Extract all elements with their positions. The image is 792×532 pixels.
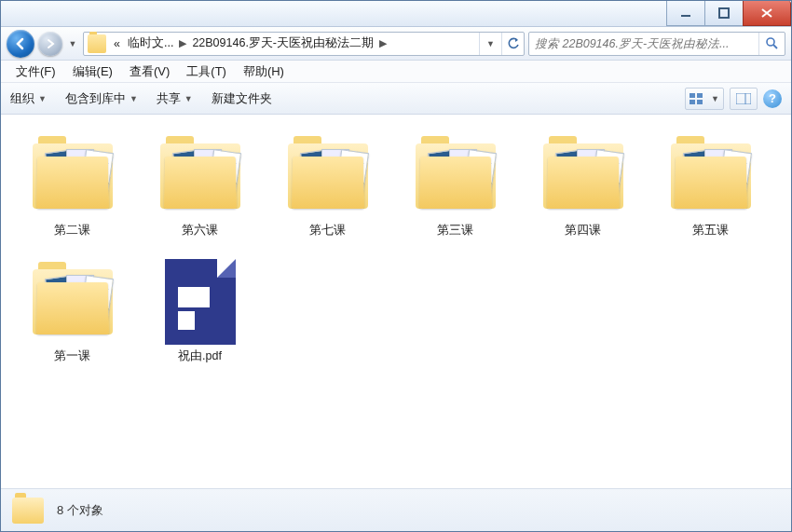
folder-item[interactable]: 第二课 — [8, 128, 136, 253]
status-text: 8 个对象 — [57, 502, 103, 519]
item-label: 第五课 — [692, 223, 729, 239]
menu-help[interactable]: 帮助(H) — [236, 61, 292, 82]
folder-item[interactable]: 第五课 — [647, 128, 774, 253]
file-item[interactable]: 祝由.pdf — [136, 253, 264, 379]
svg-rect-5 — [697, 93, 703, 98]
folder-icon — [88, 34, 106, 53]
items-grid: 第二课第六课第七课第三课第四课第五课第一课祝由.pdf — [8, 128, 784, 379]
address-dropdown[interactable]: ▼ — [479, 33, 501, 55]
thumbnails-icon — [690, 93, 703, 104]
menu-file[interactable]: 文件(F) — [8, 61, 63, 82]
search-button[interactable] — [758, 33, 785, 55]
close-button[interactable] — [743, 1, 791, 26]
search-input[interactable] — [529, 37, 758, 50]
folder-thumbnail-icon — [671, 143, 751, 209]
svg-point-2 — [767, 38, 774, 46]
content-area[interactable]: 第二课第六课第七课第三课第四课第五课第一课祝由.pdf — [1, 115, 791, 488]
folder-item[interactable]: 第一课 — [8, 253, 136, 379]
item-label: 第二课 — [54, 223, 90, 239]
maximize-button[interactable] — [704, 1, 744, 26]
share-button[interactable]: 共享 ▼ — [157, 90, 193, 107]
folder-thumbnail-icon — [288, 143, 368, 209]
folder-icon — [12, 498, 44, 524]
minimize-button[interactable] — [666, 1, 705, 26]
view-mode-button[interactable]: ▼ — [685, 88, 724, 110]
status-bar: 8 个对象 — [1, 488, 791, 531]
explorer-window: ▼ « 临时文... ▶ 22B09146.罗天-天医祝由秘法二期 ▶ ▼ 文件… — [0, 0, 792, 532]
svg-rect-4 — [690, 93, 695, 98]
item-label: 第三课 — [437, 223, 473, 239]
include-in-library-button[interactable]: 包含到库中 ▼ — [65, 90, 138, 107]
item-label: 第六课 — [182, 223, 218, 239]
folder-thumbnail-icon — [160, 143, 240, 209]
item-label: 第四课 — [565, 223, 601, 239]
menu-bar: 文件(F) 编辑(E) 查看(V) 工具(T) 帮助(H) — [1, 61, 791, 83]
folder-item[interactable]: 第四课 — [519, 128, 647, 253]
svg-rect-8 — [736, 93, 751, 104]
folder-item[interactable]: 第七课 — [264, 128, 391, 253]
folder-item[interactable]: 第六课 — [136, 128, 264, 253]
item-label: 第一课 — [54, 348, 90, 364]
forward-button[interactable] — [38, 32, 62, 56]
folder-thumbnail-icon — [543, 143, 623, 209]
back-button[interactable] — [7, 30, 34, 58]
nav-bar: ▼ « 临时文... ▶ 22B09146.罗天-天医祝由秘法二期 ▶ ▼ — [1, 27, 791, 61]
folder-item[interactable]: 第三课 — [391, 128, 519, 253]
pdf-file-icon — [165, 259, 236, 345]
organize-button[interactable]: 组织 ▼ — [10, 90, 47, 107]
svg-rect-0 — [681, 15, 690, 17]
item-label: 祝由.pdf — [178, 348, 222, 364]
refresh-button[interactable] — [501, 33, 524, 55]
breadcrumb-2[interactable]: 22B09146.罗天-天医祝由秘法二期 — [188, 35, 377, 51]
folder-thumbnail-icon — [33, 143, 113, 209]
titlebar — [1, 1, 791, 27]
address-bar[interactable]: « 临时文... ▶ 22B09146.罗天-天医祝由秘法二期 ▶ ▼ — [83, 32, 525, 56]
menu-view[interactable]: 查看(V) — [122, 61, 177, 82]
chevron-right-icon[interactable]: ▶ — [177, 37, 188, 49]
breadcrumb-prefix: « — [110, 37, 124, 50]
preview-pane-icon — [736, 93, 751, 104]
nav-history-dropdown[interactable]: ▼ — [66, 39, 79, 48]
svg-rect-1 — [719, 8, 729, 18]
svg-rect-7 — [697, 100, 703, 104]
help-icon: ? — [769, 91, 776, 105]
svg-rect-6 — [690, 100, 695, 104]
folder-thumbnail-icon — [33, 269, 113, 334]
help-button[interactable]: ? — [763, 89, 782, 108]
item-label: 第七课 — [309, 223, 346, 239]
preview-pane-button[interactable] — [730, 88, 758, 110]
new-folder-button[interactable]: 新建文件夹 — [212, 90, 272, 107]
menu-edit[interactable]: 编辑(E) — [65, 61, 120, 82]
breadcrumb-1[interactable]: 临时文... — [124, 35, 177, 51]
folder-thumbnail-icon — [416, 143, 496, 209]
svg-line-3 — [773, 45, 777, 48]
chevron-right-icon[interactable]: ▶ — [377, 37, 389, 49]
toolbar: 组织 ▼ 包含到库中 ▼ 共享 ▼ 新建文件夹 ▼ ? — [1, 83, 791, 115]
search-box[interactable] — [528, 32, 785, 56]
menu-tools[interactable]: 工具(T) — [179, 61, 234, 82]
